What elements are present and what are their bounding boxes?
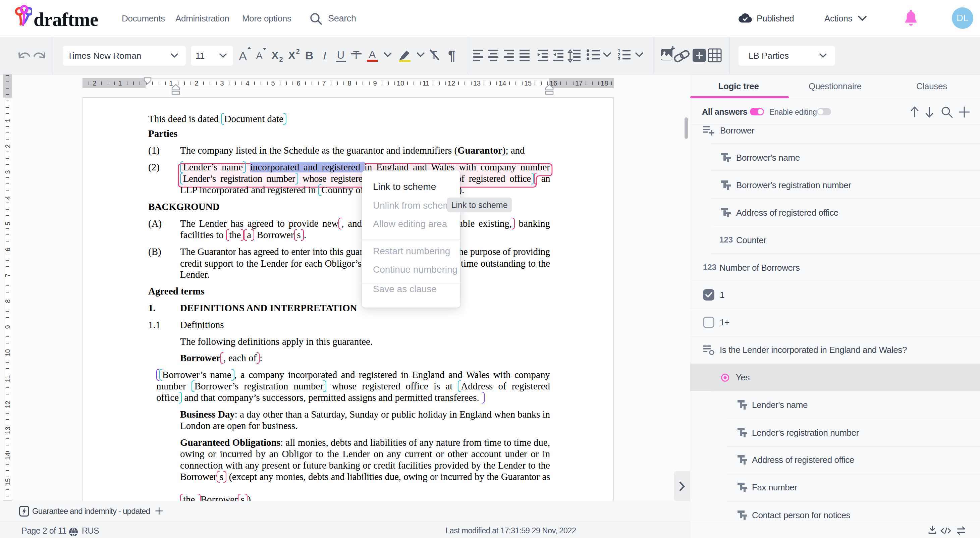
svg-text:A: A (369, 49, 375, 60)
svg-text:2: 2 (296, 48, 299, 55)
svg-text:X: X (288, 49, 296, 61)
svg-text:U: U (337, 49, 344, 61)
svg-text:A: A (256, 50, 262, 61)
svg-text:I: I (322, 49, 327, 62)
svg-text:2: 2 (279, 56, 283, 63)
svg-text:B: B (305, 49, 313, 62)
svg-text:¶: ¶ (448, 48, 455, 63)
svg-text:3: 3 (618, 56, 620, 61)
svg-text:A: A (239, 49, 247, 62)
svg-text:T: T (353, 49, 360, 61)
svg-text:X: X (271, 49, 279, 61)
